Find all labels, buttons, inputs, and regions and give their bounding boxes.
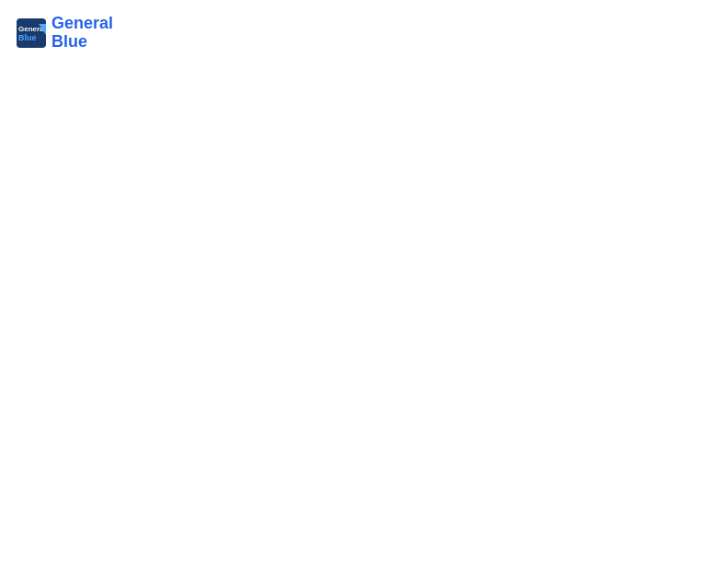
svg-text:Blue: Blue <box>18 33 37 42</box>
logo-text: General <box>51 15 113 33</box>
logo: General Blue General Blue <box>15 15 113 52</box>
page-header: General Blue General Blue <box>15 15 713 52</box>
logo-subtext: Blue <box>51 33 113 52</box>
logo-icon: General Blue <box>15 17 48 50</box>
